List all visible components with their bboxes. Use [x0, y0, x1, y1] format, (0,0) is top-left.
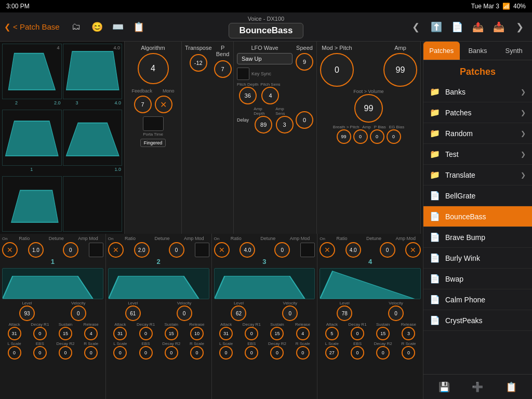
op4-decay1-knob[interactable]: 0 — [351, 327, 364, 340]
folder-icon[interactable]: 🗂 — [68, 19, 85, 35]
op3-sustain-knob[interactable]: 15 — [270, 327, 284, 340]
op4-decay2-knob[interactable]: 0 — [376, 346, 390, 360]
algorithm-knob[interactable]: 4 — [138, 53, 169, 84]
delay-knob[interactable]: 0 — [296, 111, 313, 129]
op1-decay2-knob[interactable]: 0 — [59, 346, 72, 360]
op1-release-knob[interactable]: 4 — [84, 327, 98, 340]
op4-lscale-knob[interactable]: 27 — [325, 346, 339, 360]
op1-rscale-knob[interactable]: 0 — [84, 346, 98, 360]
sidebar-item-translate[interactable]: 📁 Translate ❯ — [423, 165, 532, 185]
op3-level-knob[interactable]: 62 — [231, 305, 246, 321]
op1-ampmod-box[interactable] — [89, 243, 103, 257]
op2-level-knob[interactable]: 61 — [125, 305, 141, 321]
patch-title[interactable]: BounceBass — [229, 23, 304, 38]
op2-release-knob[interactable]: 10 — [190, 327, 204, 340]
sidebar-item-bwap[interactable]: 📄 Bwap — [423, 269, 532, 289]
nav-share-icon[interactable]: 📤 — [470, 19, 486, 35]
op2-decay1-knob[interactable]: 0 — [139, 327, 153, 340]
op1-ebs-knob[interactable]: 0 — [33, 346, 47, 360]
mod-pitch-knob[interactable]: 0 — [320, 53, 354, 87]
op4-velocity-knob[interactable]: 0 — [388, 305, 404, 321]
footer-copy-btn[interactable]: 📋 — [502, 378, 521, 396]
op2-sustain-knob[interactable]: 15 — [165, 327, 178, 340]
op3-detune-knob[interactable]: 0 — [274, 242, 290, 258]
op3-release-knob[interactable]: 4 — [296, 327, 310, 340]
op3-decay1-knob[interactable]: 0 — [245, 327, 258, 340]
op4-on-button[interactable]: ✕ — [320, 242, 335, 258]
sidebar-item-banks[interactable]: 📁 Banks ❯ — [423, 82, 532, 102]
op2-detune-knob[interactable]: 0 — [169, 242, 184, 258]
tab-banks[interactable]: Banks — [460, 42, 496, 60]
sidebar-item-test[interactable]: 📁 Test ❯ — [423, 144, 532, 165]
op1-level-knob[interactable]: 93 — [19, 305, 35, 321]
op2-ampmod-box[interactable] — [195, 243, 209, 257]
keyboard-icon[interactable]: ⌨️ — [110, 19, 126, 35]
amp-depth-knob[interactable]: 89 — [255, 116, 272, 134]
op2-ratio-knob[interactable]: 2.0 — [134, 242, 150, 258]
sidebar-item-random[interactable]: 📁 Random ❯ — [423, 123, 532, 144]
op3-rscale-knob[interactable]: 0 — [296, 346, 310, 360]
breath-pitch-knob[interactable]: 99 — [337, 129, 351, 144]
nav-next-icon[interactable]: ❯ — [511, 19, 528, 35]
op4-ratio-knob[interactable]: 4.0 — [345, 242, 361, 258]
sidebar-item-crystpeaks[interactable]: 📄 CrystPeaks — [423, 310, 532, 331]
tab-patches[interactable]: Patches — [423, 42, 460, 60]
pbend-knob[interactable]: 7 — [214, 60, 232, 78]
sidebar-item-bellgrate[interactable]: 📄 BellGrate — [423, 185, 532, 206]
nav-doc-icon[interactable]: 📄 — [449, 19, 466, 35]
lfo-wave-button[interactable]: Saw Up — [237, 53, 292, 64]
op2-decay2-knob[interactable]: 0 — [165, 346, 178, 360]
op4-rscale-knob[interactable]: 0 — [402, 346, 415, 360]
pitch-depth-knob[interactable]: 36 — [239, 87, 257, 104]
sidebar-item-calmphone[interactable]: 📄 Calm Phone — [423, 289, 532, 310]
op4-level-knob[interactable]: 78 — [337, 305, 352, 321]
footer-save-btn[interactable]: 💾 — [435, 378, 454, 396]
sidebar-item-patches[interactable]: 📁 Patches ❯ — [423, 102, 532, 123]
op3-on-button[interactable]: ✕ — [214, 242, 230, 258]
op1-decay1-knob[interactable]: 0 — [33, 327, 47, 340]
back-button[interactable]: ❮ < Patch Base — [4, 22, 60, 32]
op2-ebs-knob[interactable]: 0 — [139, 346, 153, 360]
op4-detune-knob[interactable]: 0 — [380, 242, 395, 258]
egbias-knob[interactable]: 0 — [387, 129, 401, 144]
op2-on-button[interactable]: ✕ — [108, 242, 124, 258]
nav-prev-icon[interactable]: ❮ — [407, 19, 424, 35]
amp-knob[interactable]: 99 — [383, 53, 417, 87]
copy-icon[interactable]: 📋 — [130, 19, 147, 35]
foot-volume-knob[interactable]: 99 — [354, 94, 383, 123]
op2-velocity-knob[interactable]: 0 — [177, 305, 192, 321]
op2-lscale-knob[interactable]: 0 — [113, 346, 127, 360]
fingered-button[interactable]: Fingered — [140, 139, 166, 147]
op3-ebs-knob[interactable]: 0 — [245, 346, 258, 360]
op1-on-button[interactable]: ✕ — [2, 242, 18, 258]
nav-upload-icon[interactable]: ⬆️ — [428, 19, 445, 35]
op3-decay2-knob[interactable]: 0 — [270, 346, 284, 360]
nav-export-icon[interactable]: 📥 — [490, 19, 507, 35]
op4-ebs-knob[interactable]: 0 — [351, 346, 364, 360]
op4-ampmod-button[interactable]: ✕ — [405, 242, 421, 258]
transpose-knob[interactable]: -12 — [190, 54, 207, 72]
op2-rscale-knob[interactable]: 0 — [190, 346, 204, 360]
sidebar-item-bouncebass[interactable]: 📄 BounceBass — [423, 206, 532, 227]
op1-velocity-knob[interactable]: 0 — [71, 305, 86, 321]
op1-sustain-knob[interactable]: 15 — [59, 327, 72, 340]
op1-detune-knob[interactable]: 0 — [63, 242, 78, 258]
speed-knob[interactable]: 9 — [296, 53, 313, 71]
op4-release-knob[interactable]: 3 — [402, 327, 415, 340]
key-sync-box[interactable] — [237, 68, 249, 80]
op3-ratio-knob[interactable]: 4.0 — [240, 242, 255, 258]
feedback-knob[interactable]: 7 — [134, 96, 152, 113]
pbias-knob[interactable]: 0 — [370, 129, 384, 144]
sidebar-item-burlywink[interactable]: 📄 Burly Wink — [423, 248, 532, 269]
face-icon[interactable]: 😊 — [89, 19, 105, 35]
op2-attack-knob[interactable]: 31 — [113, 327, 127, 340]
op3-lscale-knob[interactable]: 0 — [219, 346, 233, 360]
tab-synth[interactable]: Synth — [496, 42, 532, 60]
amp-knob2[interactable]: 0 — [353, 129, 368, 144]
footer-add-btn[interactable]: ➕ — [468, 378, 487, 396]
op1-attack-knob[interactable]: 31 — [8, 327, 21, 340]
amp-sens-knob[interactable]: 3 — [276, 116, 294, 134]
op1-lscale-knob[interactable]: 0 — [8, 346, 21, 360]
sidebar-item-bravebump[interactable]: 📄 Brave Bump — [423, 227, 532, 248]
mono-button[interactable]: ✕ — [155, 96, 172, 113]
